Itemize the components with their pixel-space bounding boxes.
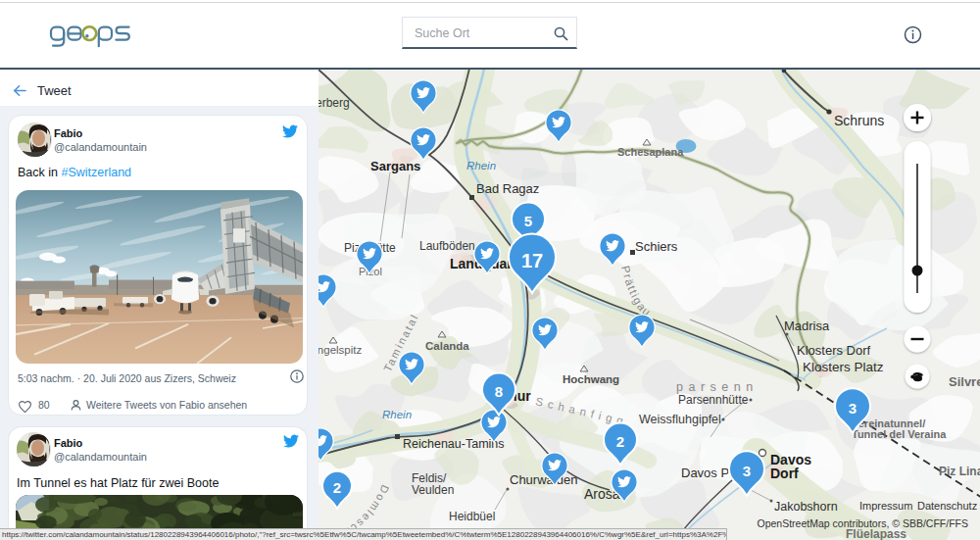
svg-text:8: 8 xyxy=(495,383,503,400)
svg-text:Parsennhütte: Parsennhütte xyxy=(678,393,749,407)
svg-text:parsenn: parsenn xyxy=(676,380,759,394)
svg-text:Schruns: Schruns xyxy=(834,113,884,128)
svg-text:Laufböden: Laufböden xyxy=(419,239,475,253)
svg-text:Hochwang: Hochwang xyxy=(563,373,619,385)
svg-text:Flüelapass: Flüelapass xyxy=(846,527,906,540)
svg-text:2: 2 xyxy=(333,479,341,496)
svg-text:Tunnel del Veraina: Tunnel del Veraina xyxy=(852,428,947,440)
svg-text:Weissfluhgipfel: Weissfluhgipfel xyxy=(639,413,721,426)
svg-text:Churwalden: Churwalden xyxy=(510,472,577,487)
svg-text:Rhein: Rhein xyxy=(466,160,496,172)
svg-text:2: 2 xyxy=(616,433,624,450)
svg-text:Rhein: Rhein xyxy=(382,409,412,420)
svg-text:3: 3 xyxy=(743,463,751,479)
svg-text:Impressum: Impressum xyxy=(859,500,912,512)
svg-text:Datenschutz: Datenschutz xyxy=(917,500,977,512)
svg-text:Reichenau-Tamins: Reichenau-Tamins xyxy=(403,437,505,451)
svg-text:Madrisa: Madrisa xyxy=(784,319,830,333)
svg-text:Jakobshorn: Jakobshorn xyxy=(774,500,838,514)
svg-text:Klosters Platz: Klosters Platz xyxy=(803,360,884,374)
svg-text:Schiers: Schiers xyxy=(635,239,678,254)
svg-text:Ringelspitz: Ringelspitz xyxy=(318,344,362,356)
svg-text:Veulden: Veulden xyxy=(412,483,454,497)
svg-text:3: 3 xyxy=(849,400,857,417)
svg-text:Silvretta: Silvretta xyxy=(949,374,980,389)
svg-text:5: 5 xyxy=(524,213,532,229)
svg-text:Heidbüel: Heidbüel xyxy=(449,510,495,523)
svg-text:Sargans: Sargans xyxy=(370,159,420,173)
svg-text:17: 17 xyxy=(521,250,543,271)
svg-text:Schesaplana: Schesaplana xyxy=(617,146,684,158)
svg-text:Piz Linard: Piz Linard xyxy=(939,465,980,478)
svg-text:Calanda: Calanda xyxy=(425,340,469,352)
svg-text:Bad Ragaz: Bad Ragaz xyxy=(476,181,539,196)
svg-text:Dorf: Dorf xyxy=(770,466,799,481)
svg-text:Klosters Dorf: Klosters Dorf xyxy=(797,343,871,358)
svg-text:erberg: erberg xyxy=(318,96,350,110)
